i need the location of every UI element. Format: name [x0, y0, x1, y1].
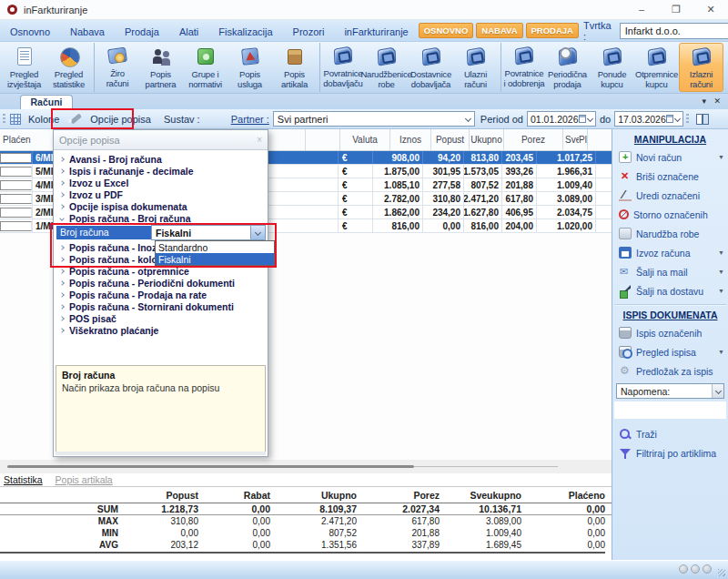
chevron-down-icon[interactable]	[250, 226, 265, 239]
column-header[interactable]: Iznos	[390, 129, 431, 150]
chevron-right-icon[interactable]	[59, 280, 65, 286]
sidebar-action-item[interactable]: Briši označene	[612, 167, 728, 186]
chevron-down-icon[interactable]: ▼	[718, 269, 724, 275]
chevron-down-icon[interactable]	[587, 116, 593, 122]
broj-racuna-combobox[interactable]: Fiskalni	[151, 225, 266, 240]
quick-module-button[interactable]: PRODAJA	[526, 23, 579, 38]
sidebar-action-item[interactable]: Narudžba robe	[612, 224, 728, 243]
tree-item[interactable]: Popis računa - otpremnice	[54, 265, 268, 277]
options-panel-header[interactable]: Opcije popisa ×	[54, 130, 268, 150]
sidebar-action-item[interactable]: Novi račun ▼	[612, 147, 728, 167]
calendar-icon[interactable]	[666, 115, 673, 123]
stats-tab[interactable]: Statistika	[4, 474, 43, 485]
paid-checkbox[interactable]	[0, 208, 32, 218]
tab-racuni[interactable]: Računi	[20, 95, 73, 109]
toolbar-button[interactable]: Ulazni računi	[453, 43, 498, 92]
toolbar-button[interactable]: Izlazni računi	[679, 43, 723, 92]
toolbar-button[interactable]: Ponude kupcu	[590, 43, 634, 92]
chevron-right-icon[interactable]	[59, 168, 65, 174]
sidebar-action-item[interactable]: Izvoz računa ▼	[612, 243, 728, 262]
menu-item[interactable]: inFarkturiranje	[334, 26, 418, 37]
quick-module-button[interactable]: OSNOVNO	[419, 23, 474, 38]
calendar-icon[interactable]	[579, 115, 586, 123]
resize-grip-icon[interactable]	[718, 569, 725, 576]
partner-link[interactable]: Partner :	[231, 114, 269, 125]
menu-item[interactable]: Nabava	[60, 26, 115, 37]
company-combobox[interactable]: Infarkt d.o.o. ▾	[620, 23, 728, 39]
sidebar-action-item[interactable]: Predložak za ispis	[612, 361, 728, 381]
toolbar-button[interactable]: Žiro računi	[94, 43, 138, 92]
minimize-button[interactable]: –	[624, 0, 659, 19]
chevron-right-icon[interactable]	[59, 204, 65, 209]
scrollbar-thumb[interactable]	[7, 465, 414, 468]
maximize-button[interactable]: ❐	[659, 0, 693, 19]
combo-option[interactable]: Standardno	[156, 241, 274, 253]
tree-item[interactable]: Višekratno plaćanje	[54, 324, 268, 336]
chevron-down-icon[interactable]	[712, 384, 723, 398]
chevron-right-icon[interactable]	[59, 245, 65, 250]
column-header[interactable]: Valuta	[340, 129, 390, 150]
paid-checkbox[interactable]	[0, 180, 32, 190]
chevron-down-icon[interactable]	[674, 116, 681, 122]
column-header[interactable]: Ukupno	[470, 129, 504, 150]
menu-item[interactable]: Osnovno	[0, 26, 60, 37]
tree-item[interactable]: Opcije ispisa dokumenata	[54, 200, 268, 212]
sidebar-action-item[interactable]: Uredi označeni	[612, 186, 728, 205]
column-header[interactable]: Porez	[504, 129, 563, 150]
toolbar-button[interactable]: Pregled statistike	[46, 43, 91, 92]
toolbar-button[interactable]: Periodična prodaja	[545, 43, 590, 92]
chevron-right-icon[interactable]	[59, 328, 65, 333]
chevron-right-icon[interactable]	[59, 316, 65, 321]
partner-combobox[interactable]: Svi partneri	[273, 111, 475, 127]
toolbar-button[interactable]: Narudžbenice robe	[364, 43, 409, 92]
napomena-combobox[interactable]: Napomena:	[616, 383, 724, 399]
menu-item[interactable]: Prodaja	[115, 26, 169, 37]
paid-checkbox[interactable]	[0, 221, 32, 231]
sidebar-tool-item[interactable]: Traži	[612, 424, 728, 443]
broj-racuna-option-label[interactable]: Broj računa	[56, 226, 151, 239]
horizontal-scrollbar[interactable]	[0, 460, 612, 473]
sidebar-action-item[interactable]: Ispis označenih	[612, 323, 728, 342]
toolbar-button[interactable]: Popis artikala	[272, 43, 317, 92]
chevron-right-icon[interactable]	[59, 192, 65, 198]
chevron-right-icon[interactable]	[59, 304, 65, 310]
chevron-down-icon[interactable]: ▼	[718, 154, 724, 160]
tree-item[interactable]: Izvoz u PDF	[54, 188, 268, 200]
chevron-right-icon[interactable]	[59, 269, 65, 274]
tree-item[interactable]: POS pisač	[54, 312, 268, 324]
split-panes-icon[interactable]	[696, 114, 709, 125]
column-header[interactable]: Popust	[431, 129, 470, 150]
chevron-down-icon[interactable]: ▼	[718, 249, 724, 256]
drag-grip-icon[interactable]	[3, 114, 5, 125]
kolone-button[interactable]: Kolone	[28, 114, 59, 125]
quick-module-button[interactable]: NABAVA	[476, 23, 522, 38]
date-from-input[interactable]: 01.01.2026	[527, 111, 596, 127]
chevron-right-icon[interactable]	[59, 257, 65, 262]
toolbar-button[interactable]: Grupe i normativi	[183, 43, 228, 92]
drag-grip-icon[interactable]	[686, 114, 689, 125]
chevron-right-icon[interactable]	[59, 216, 65, 221]
date-to-input[interactable]: 17.03.2026	[614, 111, 683, 127]
chevron-down-icon[interactable]: ▾	[702, 96, 706, 106]
menu-item[interactable]: Prozori	[283, 26, 335, 37]
sidebar-action-item[interactable]: Šalji na mail ▼	[612, 262, 728, 281]
paid-checkbox[interactable]	[0, 167, 32, 177]
column-header[interactable]: Sveukupno	[563, 129, 579, 150]
tree-item[interactable]: Popis računa - Stornirani dokumenti	[54, 300, 268, 312]
sidebar-tool-item[interactable]: Filtriraj po artiklima	[612, 443, 728, 462]
tree-item[interactable]: Popis računa - Broj računa	[54, 212, 268, 224]
close-button[interactable]: ✕	[693, 0, 728, 19]
column-header[interactable]: Pl	[579, 129, 588, 150]
chevron-down-icon[interactable]: ▼	[718, 288, 724, 294]
sidebar-action-item[interactable]: Šalji na dostavu ▼	[612, 281, 728, 300]
column-header[interactable]	[306, 129, 340, 150]
chevron-right-icon[interactable]	[59, 292, 65, 298]
toolbar-button[interactable]: Popis usluga	[228, 43, 272, 92]
tree-item[interactable]: Popis računa - Prodaja na rate	[54, 289, 268, 300]
toolbar-button[interactable]: Otpremnice kupcu	[634, 43, 679, 92]
tree-item[interactable]: Avansi - Broj računa	[54, 153, 268, 165]
menu-item[interactable]: Alati	[169, 26, 208, 37]
close-tab-icon[interactable]: ✕	[713, 96, 721, 106]
opcije-popisa-button[interactable]: Opcije popisa	[90, 114, 151, 125]
tree-item[interactable]: Ispis i računanje - decimale	[54, 165, 268, 177]
